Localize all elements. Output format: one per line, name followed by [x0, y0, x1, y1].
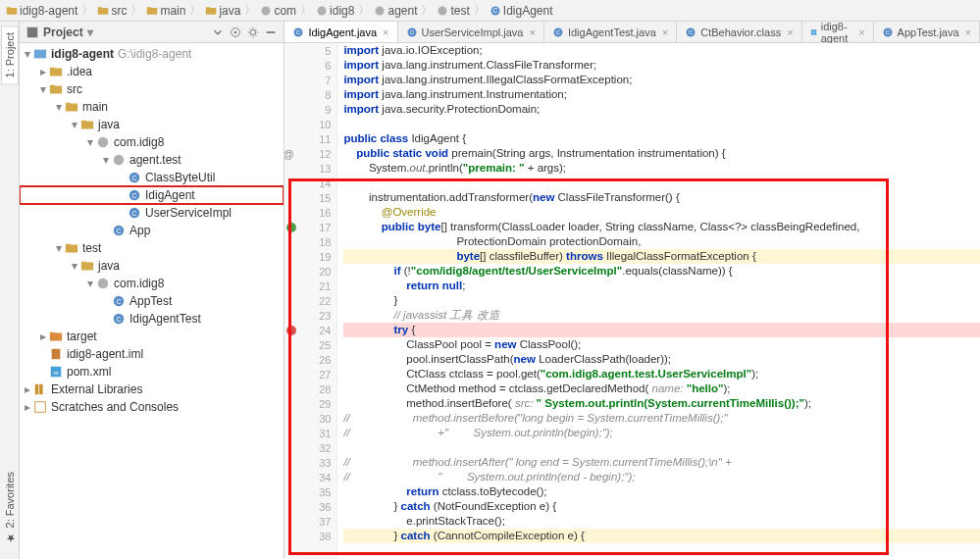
tree-class-item[interactable]: CApp: [20, 222, 284, 239]
gutter-line[interactable]: 7: [284, 73, 336, 87]
tree-root[interactable]: ▾ idig8-agent G:\idig8-agent: [20, 45, 284, 63]
expand-toggle[interactable]: [100, 225, 112, 236]
breadcrumb-item[interactable]: idig8: [314, 4, 356, 18]
code-line[interactable]: e.printStackTrace();: [343, 514, 980, 529]
expand-toggle[interactable]: [116, 207, 128, 219]
code-line[interactable]: public byte[] transform(ClassLoader load…: [343, 220, 980, 234]
code-line[interactable]: ProtectionDomain protectionDomain,: [343, 234, 980, 249]
tree-folder-item[interactable]: ▾agent.test: [20, 151, 284, 169]
tool-tab-favorites[interactable]: ★ 2: Favorites: [0, 465, 19, 551]
tree-class-item[interactable]: CIdigAgent: [20, 186, 284, 204]
expand-toggle[interactable]: ▾: [53, 101, 65, 113]
breakpoint-icon[interactable]: [286, 326, 296, 335]
code-line[interactable]: System.out.println("premain: " + args);: [343, 161, 980, 176]
gutter-line[interactable]: 16: [284, 205, 336, 220]
breadcrumb-item[interactable]: test: [435, 4, 471, 18]
tree-folder-item[interactable]: ▸.idea: [20, 63, 284, 80]
expand-toggle[interactable]: [100, 295, 112, 307]
breadcrumb-item[interactable]: java: [203, 4, 242, 18]
code-line[interactable]: // javassist 工具 改造: [343, 308, 980, 323]
breadcrumb-item[interactable]: C IdigAgent: [488, 4, 555, 18]
code-line[interactable]: import java.lang.instrument.Instrumentat…: [343, 87, 980, 102]
gutter-line[interactable]: @12: [284, 146, 336, 161]
breadcrumb-item[interactable]: idig8-agent: [4, 4, 79, 18]
gutter-line[interactable]: 15: [284, 190, 336, 205]
collapse-icon[interactable]: [211, 25, 225, 39]
editor-tab[interactable]: CCtBehavior.class×: [677, 22, 801, 42]
target-icon[interactable]: [229, 25, 242, 39]
close-icon[interactable]: ×: [662, 26, 668, 38]
code-line[interactable]: // " System.out.println(end - begin);");: [343, 470, 980, 484]
code-line[interactable]: pool.insertClassPath(new LoaderClassPath…: [343, 352, 980, 367]
editor-tab[interactable]: midig8-agent×: [802, 22, 874, 42]
override-icon[interactable]: [286, 223, 296, 232]
code-line[interactable]: import java.security.ProtectionDomain;: [343, 102, 980, 117]
gutter-line[interactable]: 23: [284, 308, 336, 323]
close-icon[interactable]: ×: [787, 26, 793, 38]
tree-folder-item[interactable]: ▾com.idig8: [20, 275, 284, 292]
code-line[interactable]: CtMethod method = ctclass.getDeclaredMet…: [343, 381, 980, 396]
gutter-line[interactable]: 24: [284, 323, 336, 337]
code-line[interactable]: ClassPool pool = new ClassPool();: [343, 337, 980, 352]
tree-folder-item[interactable]: ▾src: [20, 80, 284, 98]
gutter-line[interactable]: 5: [284, 43, 336, 58]
gutter-line[interactable]: 10: [284, 117, 336, 131]
code-line[interactable]: // method.insertAfter(" long end = Syste…: [343, 455, 980, 470]
code-editor[interactable]: 567891011@121314151617181920212223242526…: [284, 43, 980, 559]
code-line[interactable]: } catch (NotFoundException e) {: [343, 499, 980, 514]
gutter-line[interactable]: 34: [284, 470, 336, 484]
expand-toggle[interactable]: ▾: [69, 260, 80, 272]
code-line[interactable]: [343, 176, 980, 190]
code-line[interactable]: // method.insertBefore("long begin = Sys…: [343, 411, 980, 426]
editor-code[interactable]: import java.io.IOException;import java.l…: [337, 43, 980, 559]
tree-folder-item[interactable]: ▾com.idig8: [20, 133, 284, 151]
gutter-line[interactable]: 11: [284, 131, 336, 146]
code-line[interactable]: try {: [343, 323, 980, 337]
editor-gutter[interactable]: 567891011@121314151617181920212223242526…: [284, 43, 337, 559]
gutter-line[interactable]: 26: [284, 352, 336, 367]
tree-folder-item[interactable]: idig8-agent.iml: [20, 345, 284, 363]
editor-tab[interactable]: CAppTest.java×: [874, 22, 980, 42]
expand-toggle[interactable]: [37, 366, 49, 378]
code-line[interactable]: public class IdigAgent {: [343, 131, 980, 146]
tree-folder-item[interactable]: mpom.xml: [20, 363, 284, 381]
code-line[interactable]: @Override: [343, 205, 980, 220]
expand-toggle[interactable]: ▾: [84, 136, 96, 148]
expand-toggle[interactable]: ▾: [69, 119, 80, 130]
tree-class-item[interactable]: CAppTest: [20, 292, 284, 310]
tree-class-item[interactable]: CUserServiceImpl: [20, 204, 284, 222]
code-line[interactable]: [343, 440, 980, 455]
gutter-line[interactable]: 14: [284, 176, 336, 190]
breadcrumb-item[interactable]: src: [95, 4, 129, 18]
code-line[interactable]: byte[] classfileBuffer) throws IllegalCl…: [343, 249, 980, 264]
expand-toggle[interactable]: ▸: [37, 330, 49, 342]
gutter-line[interactable]: 29: [284, 396, 336, 411]
tree-external-libraries[interactable]: ▸ External Libraries: [20, 381, 284, 398]
expand-toggle[interactable]: ▾: [53, 242, 65, 254]
tool-tab-project[interactable]: 1: Project: [1, 25, 19, 84]
gutter-line[interactable]: 27: [284, 367, 336, 381]
expand-toggle[interactable]: [100, 313, 112, 325]
close-icon[interactable]: ×: [965, 26, 971, 38]
code-line[interactable]: method.insertBefore( src: " System.out.p…: [343, 396, 980, 411]
gutter-line[interactable]: 18: [284, 234, 336, 249]
expand-toggle[interactable]: [37, 348, 49, 360]
gutter-line[interactable]: 31: [284, 426, 336, 440]
gutter-line[interactable]: 32: [284, 440, 336, 455]
code-line[interactable]: return ctclass.toBytecode();: [343, 484, 980, 499]
gutter-line[interactable]: 9: [284, 102, 336, 117]
hide-icon[interactable]: [264, 25, 278, 39]
gutter-line[interactable]: 13: [284, 161, 336, 176]
code-line[interactable]: instrumentation.addTransformer(new Class…: [343, 190, 980, 205]
tree-folder-item[interactable]: ▸target: [20, 328, 284, 345]
code-line[interactable]: return null;: [343, 279, 980, 293]
expand-toggle[interactable]: ▸: [22, 401, 33, 413]
gutter-line[interactable]: 21: [284, 279, 336, 293]
expand-toggle[interactable]: ▾: [84, 278, 96, 289]
gutter-line[interactable]: 35: [284, 484, 336, 499]
code-line[interactable]: if (!"com/idig8/agent/test/UserServiceIm…: [343, 264, 980, 279]
editor-tab[interactable]: CIdigAgent.java×: [284, 22, 397, 42]
breadcrumb-item[interactable]: agent: [372, 4, 419, 18]
expand-toggle[interactable]: ▾: [37, 83, 49, 95]
gutter-line[interactable]: 37: [284, 514, 336, 529]
